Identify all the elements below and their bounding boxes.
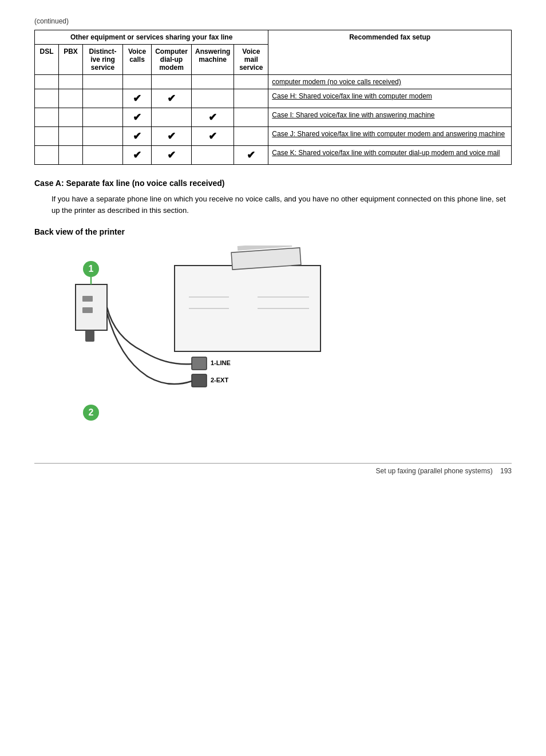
svg-rect-10 [192, 357, 207, 370]
table-row: ✔ ✔ ✔ Case J: Shared voice/fax line with… [35, 127, 512, 146]
footer-text: Set up faxing (parallel phone systems) [376, 467, 493, 475]
table-row: computer modem (no voice calls received) [35, 75, 512, 89]
svg-rect-0 [76, 284, 107, 330]
printer-diagram: 1-LINE 2-EXT 1 2 [69, 246, 355, 440]
check-voice-h: ✔ [126, 92, 148, 105]
check-comp-j: ✔ [155, 130, 188, 143]
footer: Set up faxing (parallel phone systems) 1… [34, 463, 512, 475]
table-row: ✔ ✔ Case I: Shared voice/fax line with a… [35, 108, 512, 127]
check-voice-k: ✔ [126, 149, 148, 161]
col-header-voice: Voice calls [123, 45, 152, 75]
col-header-comp: Computer dial-up modem [152, 45, 192, 75]
continued-label: (continued) [34, 17, 512, 25]
check-ans-j: ✔ [195, 130, 230, 143]
rec-link-h: Case H: Shared voice/fax line with compu… [272, 92, 432, 100]
svg-rect-2 [82, 307, 93, 313]
check-voice-i: ✔ [126, 111, 148, 124]
case-a-title: Case A: Separate fax line (no voice call… [34, 179, 512, 188]
footer-page: 193 [500, 467, 512, 475]
case-a-description: If you have a separate phone line on whi… [52, 193, 512, 216]
check-comp-h: ✔ [155, 92, 188, 105]
col-header-ans: Answering machine [192, 45, 234, 75]
rec-link-k: Case K: Shared voice/fax line with compu… [272, 149, 500, 157]
table-header-rec: Recommended fax setup [268, 30, 512, 75]
svg-line-9 [238, 246, 292, 248]
back-view-title: Back view of the printer [34, 227, 512, 236]
col-header-vmail: Voice mail service [234, 45, 268, 75]
svg-rect-8 [231, 248, 301, 270]
rec-link-j: Case J: Shared voice/fax line with compu… [272, 130, 505, 138]
svg-text:1-LINE: 1-LINE [211, 359, 231, 366]
circle-2: 2 [83, 405, 99, 421]
table-row: ✔ ✔ Case H: Shared voice/fax line with c… [35, 89, 512, 108]
col-header-dsl: DSL [35, 45, 59, 75]
check-vmail-k: ✔ [238, 149, 264, 161]
svg-rect-11 [192, 374, 207, 387]
fax-setup-table: Other equipment or services sharing your… [34, 30, 512, 165]
table-header-other: Other equipment or services sharing your… [35, 30, 268, 45]
svg-rect-3 [175, 266, 321, 351]
check-comp-k: ✔ [155, 149, 188, 161]
col-header-pbx: PBX [59, 45, 83, 75]
svg-rect-16 [85, 330, 94, 342]
check-voice-j: ✔ [126, 130, 148, 143]
svg-rect-1 [82, 296, 93, 302]
rec-link-i: Case I: Shared voice/fax line with answe… [272, 111, 434, 119]
table-row: ✔ ✔ ✔ Case K: Shared voice/fax line with… [35, 146, 512, 165]
svg-text:2-EXT: 2-EXT [211, 377, 228, 383]
col-header-dist: Distinct­ive ring service [83, 45, 123, 75]
rec-link-a: computer modem (no voice calls received) [272, 78, 401, 86]
check-ans-i: ✔ [195, 111, 230, 124]
circle-1: 1 [83, 261, 99, 277]
